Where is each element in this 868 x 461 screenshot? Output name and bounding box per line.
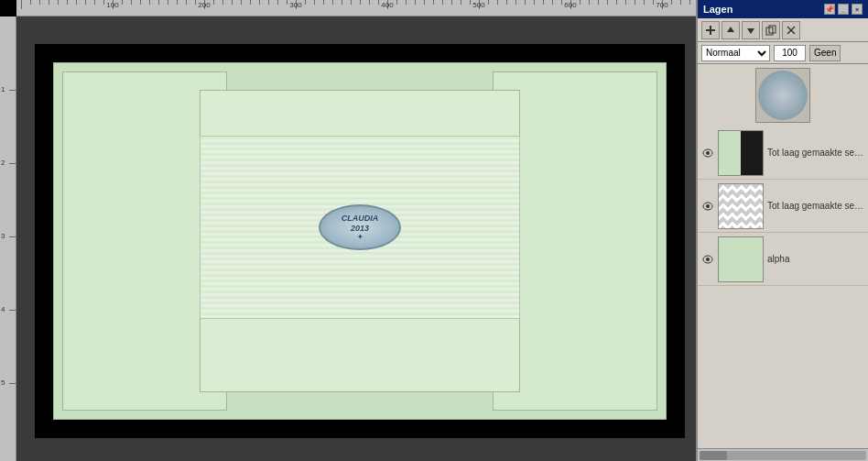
layers-scroll-thumb[interactable] <box>700 451 727 460</box>
design-canvas: CLAUDIA 2013 ✦ <box>35 44 685 438</box>
layer-visibility-toggle[interactable] <box>701 253 714 266</box>
layers-title-bar: Lagen 📌 _ × <box>698 0 868 18</box>
delete-layer-button[interactable] <box>782 21 800 39</box>
layers-scroll-track[interactable] <box>700 451 866 460</box>
logo-oval: CLAUDIA 2013 ✦ <box>319 204 401 250</box>
close-button[interactable]: × <box>852 4 863 15</box>
lower-layer-button[interactable] <box>742 21 760 39</box>
logo-text-line2: 2013 <box>351 224 369 234</box>
canvas-viewport[interactable]: CLAUDIA 2013 ✦ <box>16 16 696 461</box>
layer-thumbnail <box>718 130 764 176</box>
layer-item[interactable]: alpha <box>698 233 868 286</box>
layer-item[interactable]: Tot laag gemaakte selec <box>698 180 868 233</box>
canvas-area: 100200300400500600700800 12345 CLAUDIA <box>0 0 696 461</box>
panel-container: CLAUDIA 2013 ✦ <box>53 62 667 420</box>
svg-rect-1 <box>710 26 711 35</box>
svg-point-13 <box>706 258 710 261</box>
layers-title-controls: 📌 _ × <box>824 4 863 15</box>
svg-point-9 <box>706 151 710 155</box>
layer-label: Tot laag gemaakte selec <box>767 201 864 211</box>
none-button[interactable]: Geen <box>809 45 841 61</box>
layers-title: Lagen <box>703 4 732 15</box>
svg-marker-3 <box>747 28 754 34</box>
logo-icon: ✦ <box>357 233 363 241</box>
layer-thumbnail <box>718 236 764 282</box>
layers-toolbar <box>698 18 868 42</box>
layer-label: Tot laag gemaakte selec <box>767 148 864 158</box>
raise-layer-button[interactable] <box>722 21 740 39</box>
ruler-left: 12345 <box>0 16 16 461</box>
layers-list[interactable]: Tot laag gemaakte selec Tot laag gemaakt… <box>698 126 868 448</box>
layer-item[interactable]: Tot laag gemaakte selec <box>698 126 868 180</box>
layers-scrollbar[interactable] <box>698 448 868 461</box>
opacity-input[interactable] <box>774 45 806 61</box>
layer-visibility-toggle[interactable] <box>701 200 714 213</box>
minimize-button[interactable]: _ <box>838 4 849 15</box>
layers-panel: Lagen 📌 _ × Normaal Geen <box>696 0 868 461</box>
svg-marker-2 <box>727 27 734 32</box>
blend-mode-select[interactable]: Normaal <box>701 45 770 61</box>
preview-thumbnail <box>758 71 808 120</box>
pin-button[interactable]: 📌 <box>824 4 835 15</box>
layers-preview <box>755 68 810 123</box>
layer-thumbnail <box>718 183 764 229</box>
layers-mode-row: Normaal Geen <box>698 42 868 64</box>
layer-label: alpha <box>767 254 864 264</box>
duplicate-layer-button[interactable] <box>762 21 780 39</box>
layer-visibility-toggle[interactable] <box>701 147 714 159</box>
svg-point-11 <box>706 204 710 208</box>
new-layer-button[interactable] <box>701 21 720 39</box>
logo-text-line1: CLAUDIA <box>342 214 379 224</box>
ruler-top: 100200300400500600700800 <box>16 0 696 16</box>
